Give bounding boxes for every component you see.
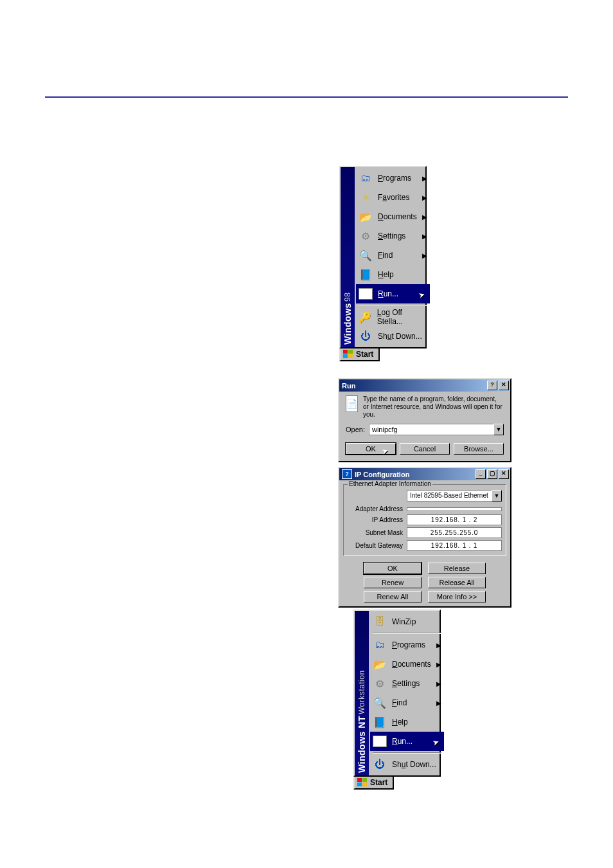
submenu-arrow-icon: ▶	[422, 252, 427, 259]
submenu-arrow-icon: ▶	[422, 194, 427, 201]
menu-item-label: Log Off Stella...	[377, 308, 427, 326]
band-main: Windows	[342, 303, 353, 345]
ethernet-group: Ethernet Adapter Information Intel 82595…	[343, 484, 506, 556]
start-menu-item-winzip[interactable]: 🗄WinZip	[370, 612, 444, 631]
start-menu-item-programs[interactable]: 🗂Programs▶	[370, 635, 444, 655]
ipcfg-app-icon: ?	[342, 469, 352, 479]
ip-configuration-dialog: ? IP Configuration _ ▢ ✕ Ethernet Adapte…	[338, 467, 511, 608]
menu-item-label: Shut Down...	[392, 760, 436, 769]
ok-button[interactable]: OK	[364, 563, 422, 574]
settings-icon: ⚙	[373, 676, 387, 691]
start-menu-win98: Windows98 🗂Programs▶✳Favorites▶📂Document…	[339, 166, 427, 348]
minimize-button[interactable]: _	[475, 469, 486, 479]
run-dialog-icon: 📄	[346, 395, 358, 412]
menu-item-label: Programs	[378, 174, 411, 183]
start-menu-item-log-off-stella[interactable]: 🔑Log Off Stella...	[356, 307, 430, 327]
group-label: Ethernet Adapter Information	[348, 480, 432, 487]
close-button[interactable]: ✕	[499, 469, 509, 479]
more-info-button[interactable]: More Info >>	[428, 591, 486, 602]
run-titlebar: Run ? ✕	[339, 379, 510, 392]
shutdown-icon: ⏻	[359, 329, 373, 343]
menu-item-label: Find	[378, 251, 393, 260]
menu-separator	[373, 752, 441, 754]
start-menu-item-documents[interactable]: 📂Documents▶	[370, 655, 444, 674]
adapter-address-value	[407, 507, 502, 511]
run-title: Run	[342, 382, 355, 390]
default-gateway-label: Default Gateway	[348, 542, 407, 549]
start-menu-item-programs[interactable]: 🗂Programs▶	[356, 168, 430, 188]
menu-item-label: Settings	[392, 679, 420, 688]
menu-item-label: Documents	[378, 212, 417, 221]
menu-item-label: Run...	[392, 737, 413, 746]
menu-item-label: Settings	[378, 231, 405, 240]
start-menu-item-shut-down[interactable]: ⏻Shut Down...	[370, 755, 444, 774]
programs-icon: 🗂	[359, 171, 373, 185]
start-menu-item-shut-down[interactable]: ⏻Shut Down...	[356, 327, 430, 346]
help-button[interactable]: ?	[487, 381, 497, 390]
menu-item-label: Shut Down...	[378, 332, 422, 341]
windows-flag-icon	[357, 778, 368, 787]
start-menu-item-run[interactable]: ▶Run...➤	[370, 732, 444, 751]
start-menu-item-help[interactable]: 📘Help	[356, 265, 430, 284]
start-menu-item-favorites[interactable]: ✳Favorites▶	[356, 188, 430, 207]
start-menu-item-find[interactable]: 🔍Find▶	[370, 693, 444, 712]
adapter-select-dropdown[interactable]: ▼	[492, 490, 502, 502]
submenu-arrow-icon: ▶	[436, 661, 441, 668]
ok-button[interactable]: OK	[346, 443, 396, 455]
cancel-button[interactable]: Cancel	[400, 443, 450, 455]
start-menu-item-help[interactable]: 📘Help	[370, 712, 444, 732]
find-icon: 🔍	[373, 696, 387, 710]
start-menu-item-documents[interactable]: 📂Documents▶	[356, 207, 430, 226]
start-menu-item-run[interactable]: ▶Run...➤	[356, 284, 430, 303]
cursor-icon: ➤	[417, 290, 426, 301]
start-menu-winnt: Windows NTWorkstation 🗄WinZip🗂Programs▶📂…	[353, 610, 441, 777]
renew-button[interactable]: Renew	[364, 577, 422, 588]
start-button[interactable]: Start	[339, 347, 380, 361]
ipcfg-titlebar: ? IP Configuration _ ▢ ✕	[339, 468, 510, 480]
find-icon: 🔍	[359, 248, 373, 262]
menu-item-label: Find	[392, 698, 407, 707]
start-button[interactable]: Start	[353, 775, 394, 790]
ipcfg-title: IP Configuration	[355, 471, 409, 478]
cursor-icon: ➤	[431, 737, 440, 748]
open-dropdown-button[interactable]: ▼	[493, 424, 504, 435]
band-sub: 98	[343, 293, 352, 302]
maximize-button[interactable]: ▢	[487, 469, 497, 479]
start-label: Start	[370, 778, 387, 787]
menu-separator	[373, 633, 441, 634]
submenu-arrow-icon: ▶	[436, 680, 441, 687]
logoff-icon: 🔑	[359, 310, 372, 324]
release-button[interactable]: Release	[428, 563, 486, 574]
submenu-arrow-icon: ▶	[436, 642, 441, 649]
run-description: Type the name of a program, folder, docu…	[363, 395, 504, 419]
ip-address-label: IP Address	[348, 516, 407, 523]
band-sub: Workstation	[357, 670, 366, 714]
start-menu-band: Windows98	[341, 167, 355, 347]
renew-all-button[interactable]: Renew All	[364, 591, 422, 602]
menu-separator	[359, 305, 427, 306]
start-menu-item-settings[interactable]: ⚙Settings▶	[370, 674, 444, 693]
favorites-icon: ✳	[359, 190, 373, 204]
menu-item-label: Help	[392, 718, 408, 727]
programs-icon: 🗂	[373, 638, 387, 652]
submenu-arrow-icon: ▶	[422, 233, 427, 240]
menu-item-label: Run...	[378, 289, 398, 298]
open-label: Open:	[346, 426, 365, 433]
settings-icon: ⚙	[359, 229, 373, 243]
open-input[interactable]	[369, 424, 493, 435]
ip-address-value: 192.168. 1 . 2	[407, 514, 502, 525]
subnet-mask-label: Subnet Mask	[348, 529, 407, 536]
shutdown-icon: ⏻	[373, 757, 387, 772]
submenu-arrow-icon: ▶	[422, 175, 427, 182]
browse-button[interactable]: Browse...	[454, 443, 504, 455]
start-menu-item-find[interactable]: 🔍Find▶	[356, 246, 430, 265]
subnet-mask-value: 255.255.255.0	[407, 527, 502, 538]
run-icon: ▶	[373, 736, 387, 747]
run-icon: ▶	[359, 288, 373, 300]
close-button[interactable]: ✕	[499, 381, 509, 390]
run-dialog: Run ? ✕ 📄 Type the name of a program, fo…	[338, 378, 511, 462]
release-all-button[interactable]: Release All	[428, 577, 486, 588]
start-menu-items: 🗂Programs▶✳Favorites▶📂Documents▶⚙Setting…	[355, 167, 431, 347]
start-menu-item-settings[interactable]: ⚙Settings▶	[356, 226, 430, 246]
default-gateway-value: 192.168. 1 . 1	[407, 540, 502, 551]
